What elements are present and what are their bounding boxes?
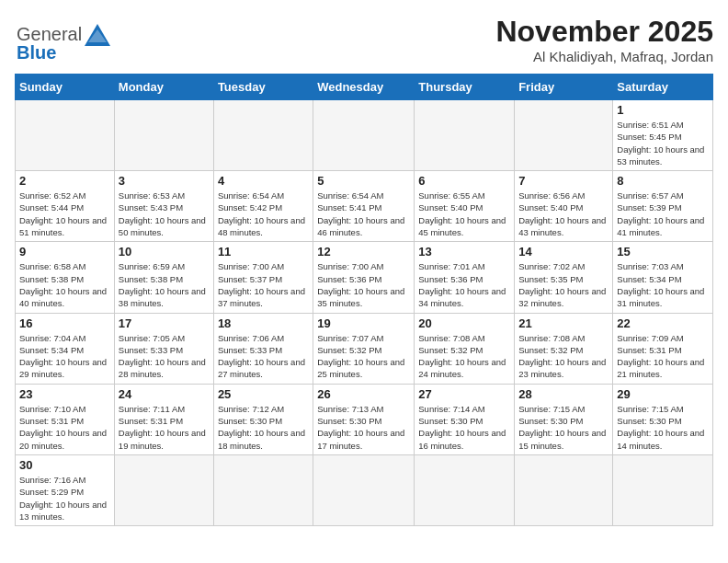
calendar-cell: 7Sunrise: 6:56 AM Sunset: 5:40 PM Daylig… [515, 171, 613, 242]
title-area: November 2025 Al Khalidiyah, Mafraq, Jor… [495, 15, 713, 64]
calendar-cell: 27Sunrise: 7:14 AM Sunset: 5:30 PM Dayli… [415, 384, 515, 454]
calendar-cell: 26Sunrise: 7:13 AM Sunset: 5:30 PM Dayli… [313, 384, 415, 454]
calendar-cell: 19Sunrise: 7:07 AM Sunset: 5:32 PM Dayli… [313, 313, 415, 384]
day-info: Sunrise: 6:54 AM Sunset: 5:41 PM Dayligh… [317, 190, 410, 238]
day-info: Sunrise: 7:02 AM Sunset: 5:35 PM Dayligh… [518, 260, 609, 309]
day-number: 5 [317, 174, 410, 188]
day-number: 7 [518, 174, 609, 188]
svg-text:General: General [17, 24, 82, 44]
day-number: 28 [518, 387, 609, 401]
day-info: Sunrise: 7:15 AM Sunset: 5:30 PM Dayligh… [617, 403, 709, 452]
calendar-cell: 8Sunrise: 6:57 AM Sunset: 5:39 PM Daylig… [613, 171, 713, 242]
calendar-cell: 12Sunrise: 7:00 AM Sunset: 5:36 PM Dayli… [313, 242, 415, 313]
day-info: Sunrise: 7:11 AM Sunset: 5:31 PM Dayligh… [119, 403, 210, 452]
calendar-cell: 14Sunrise: 7:02 AM Sunset: 5:35 PM Dayli… [515, 242, 613, 313]
calendar-cell: 24Sunrise: 7:11 AM Sunset: 5:31 PM Dayli… [114, 384, 213, 454]
day-info: Sunrise: 7:08 AM Sunset: 5:32 PM Dayligh… [518, 332, 609, 381]
calendar-cell: 23Sunrise: 7:10 AM Sunset: 5:31 PM Dayli… [16, 384, 115, 454]
calendar-cell: 17Sunrise: 7:05 AM Sunset: 5:33 PM Dayli… [114, 313, 213, 384]
day-number: 21 [518, 316, 609, 330]
calendar-cell: 1Sunrise: 6:51 AM Sunset: 5:45 PM Daylig… [613, 100, 713, 171]
day-number: 24 [119, 387, 210, 401]
day-info: Sunrise: 7:00 AM Sunset: 5:36 PM Dayligh… [317, 260, 410, 309]
calendar-subtitle: Al Khalidiyah, Mafraq, Jordan [495, 49, 713, 64]
calendar-week-row: 9Sunrise: 6:58 AM Sunset: 5:38 PM Daylig… [16, 242, 713, 313]
calendar-cell [213, 454, 313, 525]
calendar-cell [213, 100, 313, 171]
svg-text:Blue: Blue [17, 42, 56, 63]
day-info: Sunrise: 7:03 AM Sunset: 5:34 PM Dayligh… [617, 260, 709, 309]
logo: General Blue [15, 15, 125, 63]
header-friday: Friday [515, 75, 613, 100]
day-number: 2 [19, 174, 110, 188]
day-number: 17 [119, 316, 210, 330]
day-number: 14 [518, 245, 609, 259]
day-number: 3 [119, 174, 210, 188]
calendar-week-row: 30Sunrise: 7:16 AM Sunset: 5:29 PM Dayli… [16, 454, 713, 525]
calendar-cell: 15Sunrise: 7:03 AM Sunset: 5:34 PM Dayli… [613, 242, 713, 313]
day-number: 11 [218, 245, 309, 259]
day-info: Sunrise: 7:07 AM Sunset: 5:32 PM Dayligh… [317, 332, 410, 381]
calendar-week-row: 2Sunrise: 6:52 AM Sunset: 5:44 PM Daylig… [16, 171, 713, 242]
header: General Blue November 2025 Al Khalidiyah… [15, 15, 713, 64]
calendar-cell: 21Sunrise: 7:08 AM Sunset: 5:32 PM Dayli… [515, 313, 613, 384]
calendar-cell: 25Sunrise: 7:12 AM Sunset: 5:30 PM Dayli… [213, 384, 313, 454]
calendar-cell [515, 100, 613, 171]
day-number: 12 [317, 245, 410, 259]
day-info: Sunrise: 7:06 AM Sunset: 5:33 PM Dayligh… [218, 332, 309, 381]
calendar-cell [313, 454, 415, 525]
calendar-cell [16, 100, 115, 171]
calendar-cell: 3Sunrise: 6:53 AM Sunset: 5:43 PM Daylig… [114, 171, 213, 242]
day-number: 4 [218, 174, 309, 188]
day-number: 22 [617, 316, 709, 330]
header-tuesday: Tuesday [213, 75, 313, 100]
weekday-header-row: Sunday Monday Tuesday Wednesday Thursday… [16, 75, 713, 100]
day-info: Sunrise: 6:54 AM Sunset: 5:42 PM Dayligh… [218, 190, 309, 238]
header-wednesday: Wednesday [313, 75, 415, 100]
day-info: Sunrise: 7:04 AM Sunset: 5:34 PM Dayligh… [19, 332, 110, 381]
header-thursday: Thursday [415, 75, 515, 100]
day-info: Sunrise: 7:09 AM Sunset: 5:31 PM Dayligh… [617, 332, 709, 381]
day-info: Sunrise: 7:05 AM Sunset: 5:33 PM Dayligh… [119, 332, 210, 381]
day-number: 20 [418, 316, 510, 330]
page: General Blue November 2025 Al Khalidiyah… [0, 0, 728, 541]
calendar-cell: 11Sunrise: 7:00 AM Sunset: 5:37 PM Dayli… [213, 242, 313, 313]
calendar-cell: 20Sunrise: 7:08 AM Sunset: 5:32 PM Dayli… [415, 313, 515, 384]
calendar-cell: 18Sunrise: 7:06 AM Sunset: 5:33 PM Dayli… [213, 313, 313, 384]
day-number: 13 [418, 245, 510, 259]
calendar-cell: 28Sunrise: 7:15 AM Sunset: 5:30 PM Dayli… [515, 384, 613, 454]
day-number: 15 [617, 245, 709, 259]
day-info: Sunrise: 7:15 AM Sunset: 5:30 PM Dayligh… [518, 403, 609, 452]
day-info: Sunrise: 6:51 AM Sunset: 5:45 PM Dayligh… [617, 119, 709, 167]
day-number: 25 [218, 387, 309, 401]
header-monday: Monday [114, 75, 213, 100]
day-info: Sunrise: 6:57 AM Sunset: 5:39 PM Dayligh… [617, 190, 709, 238]
day-number: 26 [317, 387, 410, 401]
calendar-cell [114, 100, 213, 171]
calendar-week-row: 1Sunrise: 6:51 AM Sunset: 5:45 PM Daylig… [16, 100, 713, 171]
day-info: Sunrise: 6:52 AM Sunset: 5:44 PM Dayligh… [19, 190, 110, 238]
day-info: Sunrise: 6:59 AM Sunset: 5:38 PM Dayligh… [119, 260, 210, 309]
calendar-cell [515, 454, 613, 525]
day-info: Sunrise: 6:58 AM Sunset: 5:38 PM Dayligh… [19, 260, 110, 309]
day-info: Sunrise: 6:53 AM Sunset: 5:43 PM Dayligh… [119, 190, 210, 238]
day-info: Sunrise: 6:55 AM Sunset: 5:40 PM Dayligh… [418, 190, 510, 238]
header-saturday: Saturday [613, 75, 713, 100]
day-number: 30 [19, 458, 110, 472]
day-info: Sunrise: 7:13 AM Sunset: 5:30 PM Dayligh… [317, 403, 410, 452]
day-number: 9 [19, 245, 110, 259]
calendar-cell [313, 100, 415, 171]
day-info: Sunrise: 7:12 AM Sunset: 5:30 PM Dayligh… [218, 403, 309, 452]
day-number: 27 [418, 387, 510, 401]
calendar-cell: 4Sunrise: 6:54 AM Sunset: 5:42 PM Daylig… [213, 171, 313, 242]
day-number: 1 [617, 103, 709, 117]
calendar-cell: 9Sunrise: 6:58 AM Sunset: 5:38 PM Daylig… [16, 242, 115, 313]
day-info: Sunrise: 7:16 AM Sunset: 5:29 PM Dayligh… [19, 474, 110, 523]
day-number: 6 [418, 174, 510, 188]
day-info: Sunrise: 7:08 AM Sunset: 5:32 PM Dayligh… [418, 332, 510, 381]
calendar-cell [613, 454, 713, 525]
calendar-table: Sunday Monday Tuesday Wednesday Thursday… [15, 74, 713, 526]
logo-svg: General Blue [15, 15, 125, 63]
calendar-cell: 6Sunrise: 6:55 AM Sunset: 5:40 PM Daylig… [415, 171, 515, 242]
calendar-cell: 13Sunrise: 7:01 AM Sunset: 5:36 PM Dayli… [415, 242, 515, 313]
